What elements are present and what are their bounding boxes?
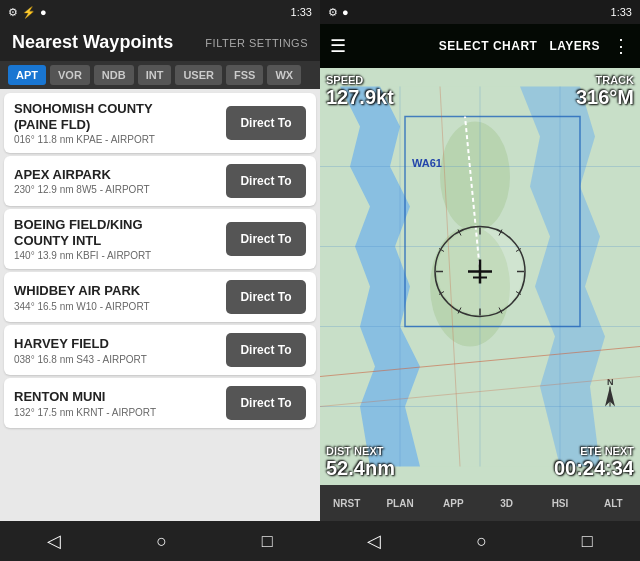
page-title: Nearest Waypoints bbox=[12, 32, 173, 53]
left-bottom-nav: ◁ ○ □ bbox=[0, 521, 320, 561]
tab-fss[interactable]: FSS bbox=[226, 65, 263, 85]
list-item: SNOHOMISH COUNTY(PAINE FLD) 016° 11.8 nm… bbox=[4, 93, 316, 153]
map-svg: WA61 bbox=[320, 68, 640, 485]
dist-value: 52.4nm bbox=[326, 457, 395, 479]
track-value: 316°M bbox=[576, 86, 634, 108]
ete-value: 00:24:34 bbox=[554, 457, 634, 479]
more-options-icon[interactable]: ⋮ bbox=[612, 35, 630, 57]
right-icon2: ● bbox=[342, 6, 349, 18]
waypoint-info: HARVEY FIELD 038° 16.8 nm S43 - AIRPORT bbox=[14, 336, 226, 365]
svg-text:N: N bbox=[607, 377, 614, 387]
direct-to-button-2[interactable]: Direct To bbox=[226, 222, 306, 256]
right-panel: ⚙ ● 1:33 ☰ SELECT CHART LAYERS ⋮ bbox=[320, 0, 640, 561]
map-tabs: NRST PLAN APP 3D HSI ALT bbox=[320, 485, 640, 521]
speed-value: 127.9kt bbox=[326, 86, 394, 108]
left-panel: ⚙ ⚡ ● 1:33 Nearest Waypoints FILTER SETT… bbox=[0, 0, 320, 561]
waypoint-info: SNOHOMISH COUNTY(PAINE FLD) 016° 11.8 nm… bbox=[14, 101, 226, 145]
map-area: WA61 bbox=[320, 68, 640, 485]
dist-label: DIST NEXT bbox=[326, 445, 395, 457]
waypoint-info: RENTON MUNI 132° 17.5 nm KRNT - AIRPORT bbox=[14, 389, 226, 418]
list-item: HARVEY FIELD 038° 16.8 nm S43 - AIRPORT … bbox=[4, 325, 316, 375]
waypoints-list: SNOHOMISH COUNTY(PAINE FLD) 016° 11.8 nm… bbox=[0, 89, 320, 521]
waypoint-info: BOEING FIELD/KINGCOUNTY INTL 140° 13.9 n… bbox=[14, 217, 226, 261]
tab-apt[interactable]: APT bbox=[8, 65, 46, 85]
tab-wx[interactable]: WX bbox=[267, 65, 301, 85]
list-item: BOEING FIELD/KINGCOUNTY INTL 140° 13.9 n… bbox=[4, 209, 316, 269]
left-header: Nearest Waypoints FILTER SETTINGS bbox=[0, 24, 320, 61]
track-overlay: TRACK 316°M bbox=[576, 74, 634, 108]
tab-alt[interactable]: ALT bbox=[587, 494, 640, 513]
list-item: WHIDBEY AIR PARK 344° 16.5 nm W10 - AIRP… bbox=[4, 272, 316, 322]
right-icon1: ⚙ bbox=[328, 6, 338, 19]
tab-app[interactable]: APP bbox=[427, 494, 480, 513]
speed-label: SPEED bbox=[326, 74, 394, 86]
waypoint-name: APEX AIRPARK bbox=[14, 167, 226, 183]
ete-label: ETE NEXT bbox=[554, 445, 634, 457]
left-icon3: ● bbox=[40, 6, 47, 18]
right-recent-button[interactable]: □ bbox=[582, 531, 593, 552]
ete-overlay: ETE NEXT 00:24:34 bbox=[554, 445, 634, 479]
list-item: RENTON MUNI 132° 17.5 nm KRNT - AIRPORT … bbox=[4, 378, 316, 428]
map-header-right: SELECT CHART LAYERS ⋮ bbox=[439, 35, 630, 57]
right-bottom-nav: ◁ ○ □ bbox=[320, 521, 640, 561]
waypoint-name: WHIDBEY AIR PARK bbox=[14, 283, 226, 299]
left-status-icons: ⚙ ⚡ ● bbox=[8, 6, 47, 19]
waypoint-name: SNOHOMISH COUNTY(PAINE FLD) bbox=[14, 101, 226, 132]
right-back-button[interactable]: ◁ bbox=[367, 530, 381, 552]
tab-ndb[interactable]: NDB bbox=[94, 65, 134, 85]
waypoint-details: 016° 11.8 nm KPAE - AIRPORT bbox=[14, 134, 226, 145]
back-button[interactable]: ◁ bbox=[47, 530, 61, 552]
left-icon1: ⚙ bbox=[8, 6, 18, 19]
right-time: 1:33 bbox=[611, 6, 632, 18]
tab-vor[interactable]: VOR bbox=[50, 65, 90, 85]
waypoint-name: BOEING FIELD/KINGCOUNTY INTL bbox=[14, 217, 226, 248]
left-icon2: ⚡ bbox=[22, 6, 36, 19]
home-button[interactable]: ○ bbox=[156, 531, 167, 552]
waypoint-details: 038° 16.8 nm S43 - AIRPORT bbox=[14, 354, 226, 365]
waypoint-name: RENTON MUNI bbox=[14, 389, 226, 405]
waypoint-info: APEX AIRPARK 230° 12.9 nm 8W5 - AIRPORT bbox=[14, 167, 226, 196]
dist-overlay: DIST NEXT 52.4nm bbox=[326, 445, 395, 479]
direct-to-button-5[interactable]: Direct To bbox=[226, 386, 306, 420]
waypoint-details: 140° 13.9 nm KBFI - AIRPORT bbox=[14, 250, 226, 261]
map-background: WA61 bbox=[320, 68, 640, 485]
left-time: 1:33 bbox=[291, 6, 312, 18]
waypoint-details: 230° 12.9 nm 8W5 - AIRPORT bbox=[14, 184, 226, 195]
direct-to-button-0[interactable]: Direct To bbox=[226, 106, 306, 140]
tab-hsi[interactable]: HSI bbox=[533, 494, 586, 513]
waypoint-name: HARVEY FIELD bbox=[14, 336, 226, 352]
speed-overlay: SPEED 127.9kt bbox=[326, 74, 394, 108]
track-label: TRACK bbox=[576, 74, 634, 86]
tab-int[interactable]: INT bbox=[138, 65, 172, 85]
recent-button[interactable]: □ bbox=[262, 531, 273, 552]
map-header: ☰ SELECT CHART LAYERS ⋮ bbox=[320, 24, 640, 68]
svg-text:WA61: WA61 bbox=[412, 157, 442, 169]
waypoint-details: 344° 16.5 nm W10 - AIRPORT bbox=[14, 301, 226, 312]
direct-to-button-3[interactable]: Direct To bbox=[226, 280, 306, 314]
layers-button[interactable]: LAYERS bbox=[549, 39, 600, 53]
direct-to-button-4[interactable]: Direct To bbox=[226, 333, 306, 367]
tab-3d[interactable]: 3D bbox=[480, 494, 533, 513]
tab-nrst[interactable]: NRST bbox=[320, 494, 373, 513]
select-chart-button[interactable]: SELECT CHART bbox=[439, 39, 538, 53]
waypoint-info: WHIDBEY AIR PARK 344° 16.5 nm W10 - AIRP… bbox=[14, 283, 226, 312]
waypoint-details: 132° 17.5 nm KRNT - AIRPORT bbox=[14, 407, 226, 418]
list-item: APEX AIRPARK 230° 12.9 nm 8W5 - AIRPORT … bbox=[4, 156, 316, 206]
waypoint-tabs: APT VOR NDB INT USER FSS WX bbox=[0, 61, 320, 89]
tab-user[interactable]: USER bbox=[175, 65, 222, 85]
right-status-icons: ⚙ ● bbox=[328, 6, 349, 19]
right-home-button[interactable]: ○ bbox=[476, 531, 487, 552]
menu-icon[interactable]: ☰ bbox=[330, 35, 346, 57]
direct-to-button-1[interactable]: Direct To bbox=[226, 164, 306, 198]
left-status-bar: ⚙ ⚡ ● 1:33 bbox=[0, 0, 320, 24]
tab-plan[interactable]: PLAN bbox=[373, 494, 426, 513]
right-status-bar: ⚙ ● 1:33 bbox=[320, 0, 640, 24]
filter-settings-button[interactable]: FILTER SETTINGS bbox=[205, 37, 308, 49]
